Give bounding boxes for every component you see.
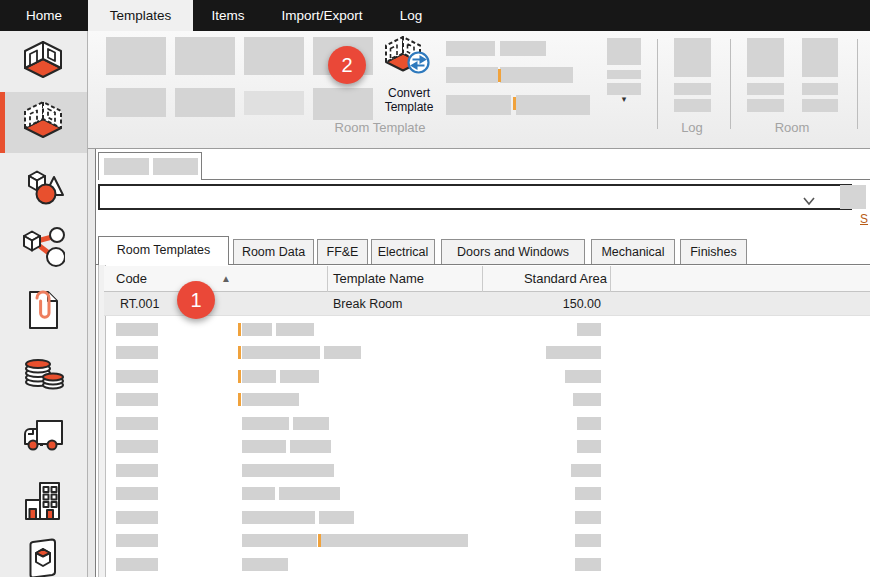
ribbon-redacted-button[interactable] [802, 83, 838, 95]
ribbon-redacted-button[interactable] [607, 70, 641, 79]
annotation-badge-1: 1 [177, 281, 215, 319]
redaction-tick [238, 370, 241, 383]
table-row-redacted[interactable] [104, 529, 870, 552]
ribbon: Convert Template Room Template Log Room … [88, 31, 870, 149]
ribbon-redacted-button[interactable] [175, 37, 235, 75]
sidebar-item-room-template[interactable] [0, 92, 87, 153]
ribbon-redacted-button[interactable] [500, 67, 573, 83]
ribbon-redacted-button[interactable] [106, 37, 166, 75]
ribbon-redacted-button[interactable] [674, 83, 711, 95]
ribbon-redacted-button[interactable] [446, 95, 511, 115]
redacted-name-cell [242, 464, 334, 477]
sidebar-item-room[interactable] [0, 32, 87, 93]
annotation-badge-2: 2 [328, 46, 366, 84]
table-row-redacted[interactable] [104, 506, 870, 529]
sidebar-item-logistics[interactable] [0, 406, 87, 467]
partial-link-text[interactable]: S [860, 212, 870, 228]
table-row-redacted[interactable] [104, 318, 870, 341]
ribbon-redacted-button[interactable] [175, 88, 235, 117]
content-panel: S Room TemplatesRoom DataFF&EElectricalD… [95, 148, 870, 577]
divider [202, 179, 870, 180]
sidebar-item-buildings[interactable] [0, 470, 87, 531]
table-row-redacted[interactable] [104, 459, 870, 482]
ribbon-redacted-button[interactable] [244, 91, 304, 115]
redacted-code-cell [116, 417, 158, 430]
column-header-code[interactable]: Code [116, 266, 147, 292]
redacted-name-cell [242, 440, 286, 453]
redacted-button[interactable] [840, 185, 866, 209]
ribbon-redacted-button[interactable] [802, 38, 838, 77]
filter-combobox[interactable] [98, 184, 852, 210]
menubar-tab-home[interactable]: Home [0, 0, 88, 31]
redacted-name-cell [242, 417, 289, 430]
ribbon-redacted-button[interactable] [802, 99, 838, 112]
chevron-down-icon[interactable] [802, 192, 816, 202]
column-header-template-name[interactable]: Template Name [333, 266, 424, 292]
divider [482, 266, 483, 292]
ribbon-redacted-button[interactable] [674, 99, 711, 112]
tab-electrical[interactable]: Electrical [371, 239, 435, 265]
convert-template-button[interactable]: Convert Template [376, 35, 442, 117]
redacted-area-cell [575, 487, 601, 500]
ribbon-redacted-button[interactable] [446, 41, 495, 56]
redacted-area-cell [546, 346, 601, 359]
redacted-name-cell [242, 511, 315, 524]
redacted-area-cell [577, 417, 601, 430]
tab-mechanical[interactable]: Mechanical [591, 239, 675, 265]
redacted-name-cell [321, 534, 468, 547]
table-row-redacted[interactable] [104, 412, 870, 435]
catalog-icon [21, 537, 65, 577]
sidebar-item-attachments[interactable] [0, 279, 87, 340]
left-icon-sidebar [0, 31, 88, 577]
redacted-area-cell [575, 511, 601, 524]
sidebar-item-cost-data[interactable] [0, 341, 87, 402]
tab-room-data[interactable]: Room Data [233, 239, 314, 265]
column-header-standard-area[interactable]: Standard Area [482, 266, 607, 292]
sidebar-item-items[interactable] [0, 156, 87, 217]
ribbon-redacted-button[interactable] [446, 67, 498, 83]
sidebar-item-catalog[interactable] [0, 529, 87, 577]
ribbon-redacted-button[interactable] [500, 41, 546, 56]
ribbon-redacted-button[interactable] [607, 83, 641, 95]
ribbon-redacted-button[interactable] [106, 88, 166, 117]
redacted-area-cell [575, 558, 601, 571]
redaction-tick [238, 346, 241, 359]
tab-ff-e[interactable]: FF&E [317, 239, 368, 265]
table-row-redacted[interactable] [104, 341, 870, 364]
document-tab[interactable] [98, 152, 202, 180]
redacted-name-cell [279, 487, 340, 500]
table-row-selected[interactable]: RT.001 Break Room 150.00 [104, 292, 870, 316]
ribbon-redacted-button[interactable] [747, 83, 784, 95]
convert-template-label-line2: Template [376, 101, 442, 115]
tab-room-templates[interactable]: Room Templates [98, 236, 229, 265]
redacted-name-cell [242, 323, 272, 336]
menubar-tab-import-export[interactable]: Import/Export [263, 0, 381, 31]
ribbon-group-label-room: Room [757, 120, 827, 135]
table-row-redacted[interactable] [104, 365, 870, 388]
tab-doors-and-windows[interactable]: Doors and Windows [441, 239, 585, 265]
redacted-area-cell [565, 370, 601, 383]
ribbon-redacted-button[interactable] [244, 37, 304, 75]
menubar-tab-items[interactable]: Items [193, 0, 263, 31]
sidebar-item-relations[interactable] [0, 218, 87, 279]
menubar-tab-log[interactable]: Log [381, 0, 441, 31]
menubar-tab-templates[interactable]: Templates [88, 0, 193, 31]
ribbon-dropdown-arrow-icon[interactable]: ▾ [615, 94, 633, 104]
divider [327, 266, 328, 292]
ribbon-redacted-button[interactable] [747, 99, 784, 112]
ribbon-redacted-button[interactable] [516, 95, 590, 115]
redacted-code-cell [116, 323, 158, 336]
ribbon-redacted-button[interactable] [607, 38, 641, 65]
table-row-redacted[interactable] [104, 553, 870, 576]
redacted-name-cell [276, 323, 314, 336]
divider [610, 266, 611, 292]
ribbon-redacted-button[interactable] [747, 38, 784, 77]
table-row-redacted[interactable] [104, 482, 870, 505]
ribbon-redacted-button[interactable] [674, 38, 711, 77]
table-row-redacted[interactable] [104, 435, 870, 458]
tab-finishes[interactable]: Finishes [680, 239, 747, 265]
cell-code: RT.001 [120, 292, 159, 316]
ribbon-redacted-button[interactable] [313, 88, 373, 120]
table-row-redacted[interactable] [104, 388, 870, 411]
app-window: HomeTemplatesItemsImport/ExportLog [0, 0, 870, 577]
